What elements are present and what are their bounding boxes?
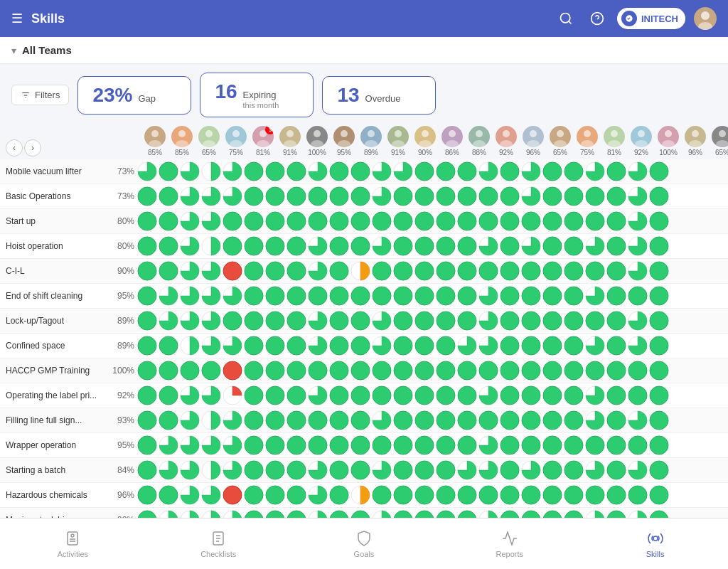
skill-cell[interactable] bbox=[542, 435, 562, 455]
skill-cell[interactable] bbox=[201, 410, 221, 430]
skill-cell[interactable] bbox=[564, 485, 584, 505]
skill-cell[interactable] bbox=[478, 510, 498, 518]
skill-cell[interactable] bbox=[265, 485, 285, 505]
skill-cell[interactable] bbox=[521, 336, 541, 356]
skill-cell[interactable] bbox=[244, 236, 264, 256]
skill-cell[interactable] bbox=[585, 161, 605, 181]
skill-cell[interactable] bbox=[393, 510, 413, 518]
skill-cell[interactable] bbox=[137, 211, 157, 231]
table-row[interactable]: HACCP GMP Training100% bbox=[0, 358, 728, 383]
skill-cell[interactable] bbox=[393, 286, 413, 306]
skill-cell[interactable] bbox=[265, 435, 285, 455]
skill-cell[interactable] bbox=[457, 336, 477, 356]
skill-cell[interactable] bbox=[137, 236, 157, 256]
skill-cell[interactable] bbox=[457, 211, 477, 231]
person-col[interactable]: 65% bbox=[710, 126, 728, 156]
skill-cell[interactable] bbox=[201, 161, 221, 181]
skill-cell[interactable] bbox=[436, 236, 456, 256]
skill-cell[interactable] bbox=[414, 311, 434, 331]
skill-cell[interactable] bbox=[223, 385, 242, 405]
skill-cell[interactable] bbox=[223, 186, 242, 206]
skill-cell[interactable] bbox=[585, 236, 605, 256]
overdue-stat-card[interactable]: 13 Overdue bbox=[322, 76, 436, 115]
skill-cell[interactable] bbox=[436, 485, 456, 505]
prev-arrow[interactable]: ‹ bbox=[6, 139, 23, 156]
gap-stat-card[interactable]: 23% Gap bbox=[77, 76, 191, 115]
skill-cell[interactable] bbox=[180, 385, 200, 405]
skill-cell[interactable] bbox=[628, 361, 648, 381]
skill-cell[interactable] bbox=[287, 261, 306, 281]
skill-cell[interactable] bbox=[649, 361, 669, 381]
skill-cell[interactable] bbox=[159, 510, 178, 518]
skill-cell[interactable] bbox=[500, 435, 520, 455]
skill-cell[interactable] bbox=[521, 261, 541, 281]
skill-cell[interactable] bbox=[329, 286, 349, 306]
skill-cell[interactable] bbox=[393, 161, 413, 181]
skill-cell[interactable] bbox=[201, 186, 221, 206]
nav-item-reports[interactable]: Reports bbox=[437, 519, 582, 569]
skill-cell[interactable] bbox=[628, 485, 648, 505]
person-col[interactable]: 75% bbox=[223, 126, 249, 156]
skill-cell[interactable] bbox=[372, 286, 392, 306]
skill-cell[interactable] bbox=[244, 261, 264, 281]
skill-cell[interactable] bbox=[628, 261, 648, 281]
skill-cell[interactable] bbox=[350, 161, 370, 181]
skill-cell[interactable] bbox=[137, 460, 157, 480]
skill-cell[interactable] bbox=[542, 410, 562, 430]
skill-cell[interactable] bbox=[350, 211, 370, 231]
menu-icon[interactable]: ☰ bbox=[11, 11, 23, 26]
person-col[interactable]: 81% bbox=[601, 126, 627, 156]
skill-cell[interactable] bbox=[521, 510, 541, 518]
skill-cell[interactable] bbox=[372, 186, 392, 206]
skill-cell[interactable] bbox=[564, 336, 584, 356]
skill-cell[interactable] bbox=[436, 385, 456, 405]
skill-cell[interactable] bbox=[329, 485, 349, 505]
skill-cell[interactable] bbox=[414, 385, 434, 405]
skill-cell[interactable] bbox=[478, 485, 498, 505]
skill-cell[interactable] bbox=[372, 311, 392, 331]
skill-cell[interactable] bbox=[414, 186, 434, 206]
table-row[interactable]: Moving stock bin92% bbox=[0, 508, 728, 518]
skill-cell[interactable] bbox=[436, 361, 456, 381]
skill-cell[interactable] bbox=[372, 410, 392, 430]
skill-cell[interactable] bbox=[201, 485, 221, 505]
skill-cell[interactable] bbox=[223, 510, 242, 518]
skill-cell[interactable] bbox=[287, 336, 306, 356]
skill-cell[interactable] bbox=[649, 385, 669, 405]
person-col[interactable]: 86% bbox=[439, 126, 465, 156]
skill-cell[interactable] bbox=[372, 211, 392, 231]
skill-cell[interactable] bbox=[308, 485, 328, 505]
skill-cell[interactable] bbox=[457, 161, 477, 181]
skill-cell[interactable] bbox=[244, 161, 264, 181]
skill-cell[interactable] bbox=[457, 435, 477, 455]
skill-cell[interactable] bbox=[542, 286, 562, 306]
skill-cell[interactable] bbox=[436, 460, 456, 480]
skill-cell[interactable] bbox=[606, 186, 626, 206]
skill-cell[interactable] bbox=[201, 211, 221, 231]
skill-cell[interactable] bbox=[201, 286, 221, 306]
skill-cell[interactable] bbox=[564, 211, 584, 231]
skill-cell[interactable] bbox=[180, 211, 200, 231]
skill-cell[interactable] bbox=[436, 410, 456, 430]
skill-cell[interactable] bbox=[606, 410, 626, 430]
skill-cell[interactable] bbox=[414, 261, 434, 281]
skill-cell[interactable] bbox=[180, 261, 200, 281]
skill-cell[interactable] bbox=[244, 361, 264, 381]
skill-cell[interactable] bbox=[372, 510, 392, 518]
skill-cell[interactable] bbox=[223, 485, 242, 505]
skill-cell[interactable] bbox=[159, 236, 178, 256]
skill-cell[interactable] bbox=[585, 361, 605, 381]
skill-cell[interactable] bbox=[500, 161, 520, 181]
skill-cell[interactable] bbox=[478, 435, 498, 455]
skill-cell[interactable] bbox=[137, 385, 157, 405]
skill-cell[interactable] bbox=[244, 460, 264, 480]
skill-cell[interactable] bbox=[393, 460, 413, 480]
skill-cell[interactable] bbox=[350, 236, 370, 256]
skill-cell[interactable] bbox=[287, 410, 306, 430]
skill-cell[interactable] bbox=[628, 286, 648, 306]
skill-cell[interactable] bbox=[287, 460, 306, 480]
skill-cell[interactable] bbox=[585, 510, 605, 518]
skill-cell[interactable] bbox=[329, 336, 349, 356]
skill-cell[interactable] bbox=[542, 186, 562, 206]
skill-cell[interactable] bbox=[564, 311, 584, 331]
